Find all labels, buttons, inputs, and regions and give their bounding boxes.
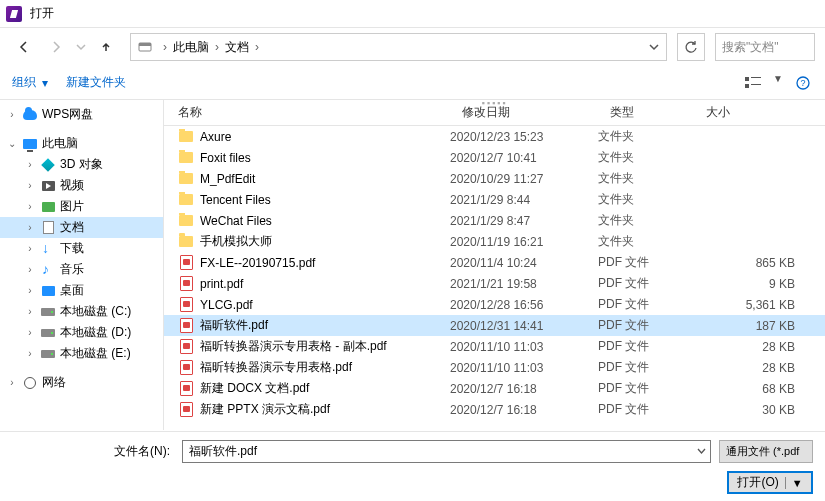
file-row[interactable]: 新建 DOCX 文档.pdf2020/12/7 16:18PDF 文件68 KB — [164, 378, 825, 399]
file-date: 2020/12/31 14:41 — [448, 319, 596, 333]
breadcrumb-item[interactable]: 此电脑 — [171, 39, 211, 56]
file-row[interactable]: 手机模拟大师2020/11/19 16:21文件夹 — [164, 231, 825, 252]
filename-label: 文件名(N): — [12, 443, 174, 460]
tree-item[interactable]: ›本地磁盘 (E:) — [0, 343, 163, 364]
tree-item[interactable]: ›下载 — [0, 238, 163, 259]
tree-item[interactable]: ›3D 对象 — [0, 154, 163, 175]
tree-item[interactable]: ›本地磁盘 (C:) — [0, 301, 163, 322]
tree-label: 3D 对象 — [60, 156, 103, 173]
chevron-right-icon: › — [251, 40, 263, 54]
new-folder-button[interactable]: 新建文件夹 — [66, 74, 126, 91]
file-type: PDF 文件 — [596, 296, 692, 313]
file-row[interactable]: 福昕转换器演示专用表格.pdf2020/11/10 11:03PDF 文件28 … — [164, 357, 825, 378]
dropdown-icon[interactable] — [697, 445, 706, 459]
file-name: Foxit files — [200, 151, 251, 165]
file-name: Axure — [200, 130, 231, 144]
file-size: 865 KB — [692, 256, 825, 270]
folder-icon — [178, 171, 194, 187]
help-button[interactable]: ? — [793, 73, 813, 93]
tree-label: 桌面 — [60, 282, 84, 299]
column-type[interactable]: 类型 — [596, 104, 692, 121]
file-row[interactable]: WeChat Files2021/1/29 8:47文件夹 — [164, 210, 825, 231]
view-options-button[interactable] — [743, 73, 763, 93]
file-type: 文件夹 — [596, 128, 692, 145]
drive-icon — [40, 346, 56, 362]
file-size: 28 KB — [692, 361, 825, 375]
search-input[interactable]: 搜索"文档" — [715, 33, 815, 61]
file-size: 30 KB — [692, 403, 825, 417]
tree-item[interactable]: ›文档 — [0, 217, 163, 238]
column-size[interactable]: 大小 — [692, 104, 825, 121]
file-type: PDF 文件 — [596, 317, 692, 334]
tree-label: 网络 — [42, 374, 66, 391]
tree-label: 此电脑 — [42, 135, 78, 152]
dropdown-icon[interactable]: ▼ — [785, 477, 803, 489]
chevron-icon: › — [6, 377, 18, 388]
down-icon — [40, 241, 56, 257]
folder-icon — [178, 213, 194, 229]
chevron-icon: › — [24, 180, 36, 191]
tree-item[interactable]: ›图片 — [0, 196, 163, 217]
tree-item[interactable]: ›视频 — [0, 175, 163, 196]
organize-menu[interactable]: 组织 — [12, 74, 36, 91]
file-row[interactable]: 新建 PPTX 演示文稿.pdf2020/12/7 16:18PDF 文件30 … — [164, 399, 825, 420]
filter-value: 通用文件 (*.pdf — [726, 444, 799, 459]
pdf-icon — [178, 276, 194, 292]
file-type-filter[interactable]: 通用文件 (*.pdf — [719, 440, 813, 463]
tree-label: WPS网盘 — [42, 106, 93, 123]
tree-item[interactable]: ›桌面 — [0, 280, 163, 301]
pdf-icon — [178, 360, 194, 376]
file-row[interactable]: Tencent Files2021/1/29 8:44文件夹 — [164, 189, 825, 210]
recent-dropdown[interactable] — [74, 35, 88, 59]
file-row[interactable]: Foxit files2020/12/7 10:41文件夹 — [164, 147, 825, 168]
file-name: Tencent Files — [200, 193, 271, 207]
file-list-panel: ▪▪▪▪▪ 名称 修改日期 类型 大小 Axure2020/12/23 15:2… — [164, 100, 825, 430]
pdf-icon — [178, 339, 194, 355]
filename-input[interactable]: 福昕软件.pdf — [182, 440, 711, 463]
tree-item[interactable]: ›WPS网盘 — [0, 104, 163, 125]
tree-label: 视频 — [60, 177, 84, 194]
tree-label: 图片 — [60, 198, 84, 215]
pic-icon — [40, 199, 56, 215]
file-list[interactable]: Axure2020/12/23 15:23文件夹Foxit files2020/… — [164, 126, 825, 428]
search-placeholder: 搜索"文档" — [722, 39, 779, 56]
file-size: 187 KB — [692, 319, 825, 333]
file-size: 28 KB — [692, 340, 825, 354]
file-name: FX-LE--20190715.pdf — [200, 256, 315, 270]
file-row[interactable]: print.pdf2021/1/21 19:58PDF 文件9 KB — [164, 273, 825, 294]
file-row[interactable]: M_PdfEdit2020/10/29 11:27文件夹 — [164, 168, 825, 189]
column-date[interactable]: 修改日期 — [448, 104, 596, 121]
tree-item[interactable]: ›音乐 — [0, 259, 163, 280]
file-row[interactable]: Axure2020/12/23 15:23文件夹 — [164, 126, 825, 147]
desk-icon — [40, 283, 56, 299]
chevron-icon: › — [24, 159, 36, 170]
main-area: ›WPS网盘⌄此电脑›3D 对象›视频›图片›文档›下载›音乐›桌面›本地磁盘 … — [0, 100, 825, 430]
back-button[interactable] — [10, 35, 38, 59]
breadcrumb-dropdown[interactable] — [642, 42, 666, 52]
chevron-right-icon: › — [211, 40, 223, 54]
forward-button[interactable] — [42, 35, 70, 59]
file-type: 文件夹 — [596, 212, 692, 229]
tree-item[interactable]: ›本地磁盘 (D:) — [0, 322, 163, 343]
file-name: 新建 DOCX 文档.pdf — [200, 380, 309, 397]
file-row[interactable]: YLCG.pdf2020/12/28 16:56PDF 文件5,361 KB — [164, 294, 825, 315]
file-row[interactable]: 福昕转换器演示专用表格 - 副本.pdf2020/11/10 11:03PDF … — [164, 336, 825, 357]
column-name[interactable]: 名称 — [164, 104, 448, 121]
dropdown-icon: ▾ — [42, 76, 48, 90]
tree-item[interactable]: ⌄此电脑 — [0, 133, 163, 154]
file-type: 文件夹 — [596, 170, 692, 187]
open-button[interactable]: 打开(O) ▼ — [727, 471, 813, 494]
breadcrumb[interactable]: › 此电脑 › 文档 › — [130, 33, 667, 61]
tree-item[interactable]: ›网络 — [0, 372, 163, 393]
file-row[interactable]: FX-LE--20190715.pdf2020/11/4 10:24PDF 文件… — [164, 252, 825, 273]
tree-label: 本地磁盘 (D:) — [60, 324, 131, 341]
breadcrumb-item[interactable]: 文档 — [223, 39, 251, 56]
bottom-panel: 文件名(N): 福昕软件.pdf 通用文件 (*.pdf 打开(O) ▼ — [0, 431, 825, 501]
up-button[interactable] — [92, 35, 120, 59]
3d-icon — [40, 157, 56, 173]
file-name: print.pdf — [200, 277, 243, 291]
refresh-button[interactable] — [677, 33, 705, 61]
file-date: 2021/1/21 19:58 — [448, 277, 596, 291]
file-row[interactable]: 福昕软件.pdf2020/12/31 14:41PDF 文件187 KB — [164, 315, 825, 336]
chevron-icon: › — [24, 264, 36, 275]
